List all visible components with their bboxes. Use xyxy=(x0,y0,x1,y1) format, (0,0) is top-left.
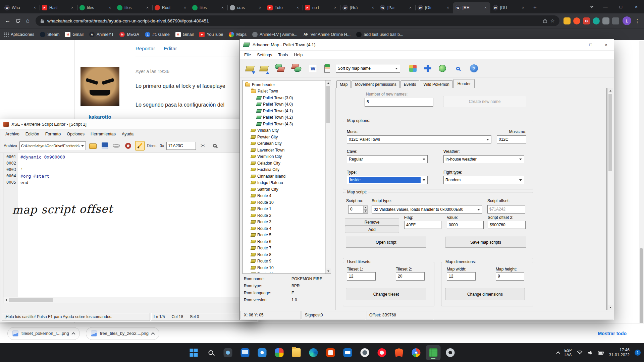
open-map-button[interactable] xyxy=(243,62,257,75)
xse-menu-item[interactable]: Edición xyxy=(22,130,42,138)
zoom-button[interactable] xyxy=(451,62,465,75)
browser-tab[interactable]: tiles× xyxy=(115,2,152,13)
tree-item[interactable]: Cerulean City xyxy=(243,140,325,147)
edit-link[interactable]: Editar xyxy=(164,46,177,51)
scroll-track[interactable] xyxy=(9,297,251,303)
tab-close-icon[interactable]: × xyxy=(295,5,300,10)
hidden-icons-chevron-icon[interactable] xyxy=(556,351,560,355)
new-map-button[interactable] xyxy=(273,62,287,75)
script-editor[interactable]: 00010002000300040005 #dynamic 0x900000'-… xyxy=(3,153,257,303)
move-tool-button[interactable] xyxy=(421,62,434,75)
tree-item[interactable]: Pallet Town (4.3) xyxy=(243,121,325,127)
script-type-dropdown[interactable]: 02 Validates values, loads handler to 0x… xyxy=(372,205,482,214)
tree-item[interactable]: Route 8 xyxy=(243,251,325,258)
bookmark-item[interactable]: MGmail xyxy=(175,32,194,37)
scroll-thumb[interactable] xyxy=(9,298,53,302)
xse-menu-item[interactable]: Opciones xyxy=(64,130,88,138)
tab-close-icon[interactable]: × xyxy=(182,5,187,10)
file-explorer-taskbar-icon[interactable] xyxy=(289,345,304,360)
fight-type-dropdown[interactable]: Random xyxy=(443,176,524,184)
search-taskbar-icon[interactable] xyxy=(204,345,218,360)
edge-taskbar-icon[interactable] xyxy=(306,345,321,360)
am-tab[interactable]: Header xyxy=(453,79,475,88)
tree-item[interactable]: Pallet Town (4.1) xyxy=(243,108,325,114)
tree-item[interactable]: Viridian City xyxy=(243,127,325,134)
notification-badge[interactable]: 1 xyxy=(635,350,641,356)
edit-mode-button[interactable] xyxy=(135,141,145,150)
tree-item[interactable]: Route 4 xyxy=(243,193,325,199)
world-button[interactable] xyxy=(436,62,449,75)
tab-close-icon[interactable]: × xyxy=(107,5,112,10)
header-panel-scrollbar[interactable] xyxy=(607,88,613,310)
tab-close-icon[interactable]: × xyxy=(370,5,375,10)
bookmark-item[interactable]: add last used ball b... xyxy=(356,32,403,37)
world-map-button[interactable]: W xyxy=(306,62,320,75)
share-icon[interactable] xyxy=(543,18,547,23)
am-minimize-button[interactable]: — xyxy=(568,39,583,50)
new-names-input[interactable]: 5 xyxy=(365,98,433,107)
chevron-up-icon[interactable] xyxy=(151,332,155,336)
browser-tab[interactable]: ▶Tuto× xyxy=(265,2,303,13)
header-scrollbar-thumb[interactable] xyxy=(608,94,612,171)
tree-item[interactable]: Route 10 xyxy=(243,264,325,271)
tileset2-input[interactable]: 20 xyxy=(396,272,425,281)
tree-item[interactable]: Pallet Town (3.0) xyxy=(243,95,325,101)
report-link[interactable]: Reportar xyxy=(136,46,155,51)
sort-dropdown[interactable]: Sort by map name xyxy=(336,64,400,73)
photos-taskbar-icon[interactable] xyxy=(272,345,287,360)
scroll-up-arrow-icon[interactable] xyxy=(326,80,331,85)
bookmark-item[interactable]: Aplicaciones xyxy=(4,32,34,37)
tree-item[interactable]: Route 4 xyxy=(243,225,325,232)
browser-menu-icon[interactable]: ⋮ xyxy=(633,18,641,24)
tree-scrollbar-thumb[interactable] xyxy=(326,86,330,123)
bookmark-item[interactable]: ▶YouTube xyxy=(199,32,223,37)
bookmark-item[interactable]: Steam xyxy=(40,32,59,37)
save-file-button[interactable] xyxy=(100,141,109,150)
am-title-bar[interactable]: Advance Map - Pallet Town (4.1) — □ × xyxy=(240,39,614,51)
tree-scrollbar[interactable] xyxy=(325,80,331,274)
thumb-extension-icon[interactable] xyxy=(564,17,571,24)
show-all-downloads-button[interactable]: Mostrar todo xyxy=(598,331,637,336)
am-menu-item[interactable]: File xyxy=(241,51,254,59)
browser-minimize-button[interactable]: — xyxy=(598,0,613,13)
tree-item[interactable]: Celadon City xyxy=(243,160,325,167)
value-input[interactable]: 0000 xyxy=(447,221,484,229)
script-no-spinner[interactable]: 0 xyxy=(348,205,368,214)
chevron-up-icon[interactable] xyxy=(71,332,75,336)
tree-item[interactable]: Route 6 xyxy=(243,238,325,245)
browser-maximize-button[interactable]: □ xyxy=(613,0,629,13)
page-scrollbar[interactable] xyxy=(639,41,644,339)
tree-item[interactable]: Pewter City xyxy=(243,134,325,140)
download-chip[interactable]: tileset_pokemon_r....png xyxy=(7,327,80,340)
file-path-combobox[interactable]: C:\Users\zhyru\OneDrive\Escritorio\ xyxy=(19,141,86,150)
create-new-name-button[interactable]: Create new name xyxy=(443,96,526,107)
tab-close-icon[interactable]: × xyxy=(521,5,526,10)
tree-item[interactable]: Vermilion City xyxy=(243,154,325,160)
home-icon[interactable]: ⌂ xyxy=(23,16,33,26)
tab-close-icon[interactable]: × xyxy=(445,5,450,10)
tab-close-icon[interactable]: × xyxy=(408,5,413,10)
url-bar[interactable]: whackahack.com/foro/threads/ayuda-con-un… xyxy=(36,15,559,26)
reload-icon[interactable] xyxy=(13,16,23,26)
browser-tab[interactable]: tiles× xyxy=(190,2,227,13)
am-close-button[interactable]: × xyxy=(598,39,614,50)
change-dimensions-button[interactable]: Change dimensions xyxy=(445,288,525,300)
spin-down-button[interactable] xyxy=(363,209,368,213)
user-avatar[interactable] xyxy=(80,67,119,106)
tree-item[interactable]: Route 7 xyxy=(243,245,325,252)
start-taskbar-icon[interactable] xyxy=(186,345,201,360)
search-tool-button[interactable] xyxy=(210,141,219,150)
spin-up-button[interactable] xyxy=(363,206,368,209)
tree-item[interactable]: Pallet Town (4.0) xyxy=(243,101,325,108)
tree-item[interactable]: Route 9 xyxy=(243,258,325,265)
tree-item[interactable]: Saffron City xyxy=(243,186,325,193)
tree-item[interactable]: Lavender Town xyxy=(243,147,325,154)
bookmark-item[interactable]: MMEGA xyxy=(119,32,139,37)
cut-button[interactable]: ✂ xyxy=(198,141,208,150)
tab-close-icon[interactable]: × xyxy=(32,5,37,10)
office-taskbar-icon[interactable] xyxy=(323,345,338,360)
xse-menu-item[interactable]: Ayuda xyxy=(119,130,137,138)
browser-tab[interactable]: W[Otr× xyxy=(415,2,453,13)
tab-search-chevron-icon[interactable] xyxy=(590,5,594,8)
save-map-scripts-button[interactable]: Save map scripts xyxy=(445,237,526,248)
